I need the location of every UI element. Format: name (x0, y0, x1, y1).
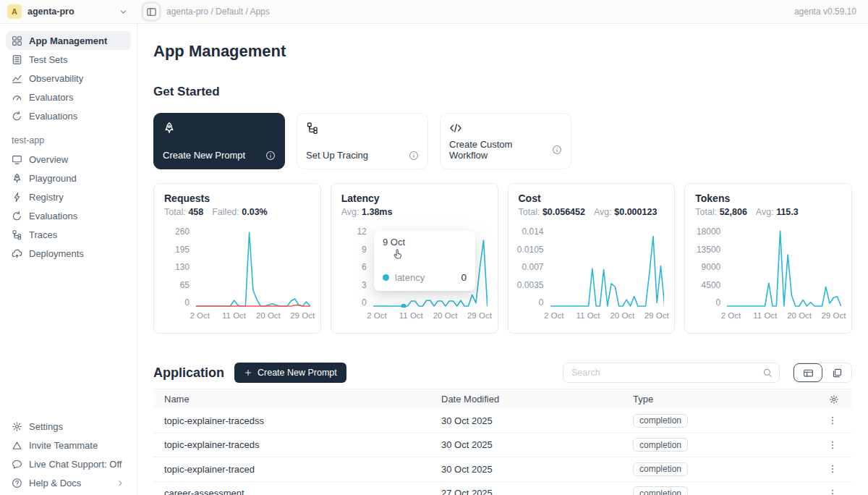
row-actions-button[interactable] (826, 462, 839, 475)
sidebar-item-app-management[interactable]: App Management (6, 31, 131, 50)
code-icon (449, 122, 462, 135)
x-tick-label: 11 Oct (222, 311, 246, 320)
info-icon (265, 151, 276, 161)
cell-type: completion (633, 462, 804, 476)
x-tick-label: 2 Oct (544, 311, 563, 320)
chart-plot-tokens[interactable] (727, 227, 841, 308)
series-requests (196, 232, 310, 306)
refresh-icon (12, 211, 22, 221)
view-toggle (793, 363, 852, 383)
sidebar-item-test-sets[interactable]: Test Sets (6, 50, 131, 69)
x-tick-label: 29 Oct (821, 311, 846, 320)
table-row-topic-explainer-tracedss[interactable]: topic-explainer-tracedss30 Oct 2025compl… (153, 409, 852, 433)
get-started-heading: Get Started (153, 85, 852, 99)
sidebar-item-label: Overview (29, 154, 68, 165)
grid-icon (12, 35, 22, 46)
table-view-button[interactable] (793, 363, 822, 382)
search-input[interactable] (570, 367, 762, 378)
get-started-card-label: Set Up Tracing (306, 150, 368, 161)
app-version-label: agenta v0.59.10 (794, 7, 868, 17)
table-header: Name Date Modified Type (153, 389, 852, 409)
workspace-avatar: A (7, 4, 22, 19)
sidebar-footer-item-live-chat-support-off[interactable]: Live Chat Support: Off (6, 454, 131, 473)
table-settings-icon[interactable] (829, 394, 839, 405)
triangle-icon (12, 440, 22, 451)
workspace-name: agenta-pro (27, 7, 112, 17)
applications-table: Name Date Modified Type topic-explainer-… (153, 389, 852, 495)
y-tick-label: 9000 (702, 262, 721, 272)
top-bar: A agenta-pro agenta-pro / Default / Apps… (0, 0, 868, 24)
tooltip-series-value: 0 (461, 272, 467, 283)
sidebar-item-observability[interactable]: Observability (6, 69, 131, 88)
info-icon (552, 145, 562, 155)
sidebar-footer-item-settings[interactable]: Settings (6, 417, 131, 436)
x-tick-label: 29 Oct (644, 311, 669, 320)
refresh-icon (12, 111, 22, 122)
cell-name: career-assessment (153, 488, 441, 495)
sidebar-app-item-evaluations[interactable]: Evaluations (6, 206, 131, 225)
sidebar-toggle-button[interactable] (143, 4, 159, 20)
sidebar-app-item-traces[interactable]: Traces (6, 225, 131, 244)
create-new-prompt-label: Create New Prompt (258, 368, 337, 378)
monitor-icon (12, 154, 22, 165)
x-tick-label: 11 Oct (753, 311, 777, 320)
breadcrumb[interactable]: agenta-pro / Default / Apps (166, 7, 270, 17)
get-started-card-set-up-tracing[interactable]: Set Up Tracing (297, 113, 428, 169)
search-icon (762, 368, 773, 378)
list-icon (12, 54, 22, 65)
page-title: App Management (153, 41, 852, 62)
x-tick-label: 2 Oct (721, 311, 741, 320)
sidebar-item-evaluations[interactable]: Evaluations (6, 106, 131, 125)
card-view-button[interactable] (822, 363, 851, 382)
sidebar-item-label: Live Chat Support: Off (29, 459, 122, 470)
cell-date-modified: 30 Oct 2025 (441, 464, 633, 475)
y-tick-label: 0.014 (522, 227, 543, 237)
type-badge: completion (633, 414, 688, 428)
get-started-card-create-new-prompt[interactable]: Create New Prompt (153, 113, 285, 169)
sidebar-item-label: Evaluations (29, 111, 77, 122)
column-header-name: Name (153, 394, 441, 405)
y-tick-label: 3 (362, 280, 367, 290)
search-icon[interactable] (762, 368, 773, 378)
sidebar-item-label: Test Sets (29, 54, 67, 65)
workspace-selector[interactable]: A agenta-pro (0, 4, 137, 19)
kebab-icon (827, 488, 838, 495)
table-view-icon (803, 368, 814, 378)
row-actions-button[interactable] (826, 414, 839, 427)
tooltip-series-row: latency 0 (383, 272, 467, 283)
sidebar-item-evaluators[interactable]: Evaluators (6, 88, 131, 106)
main-content: App Management Get Started Create New Pr… (137, 24, 868, 495)
row-actions-button[interactable] (826, 487, 839, 495)
sidebar-app-item-playground[interactable]: Playground (6, 169, 131, 187)
table-row-career-assessment[interactable]: career-assessment27 Oct 2025completion (153, 482, 852, 495)
chart-plot-cost[interactable] (550, 227, 665, 308)
info-icon-wrap[interactable] (552, 145, 562, 155)
row-actions-button[interactable] (826, 439, 839, 452)
x-tick-label: 11 Oct (399, 311, 423, 320)
sidebar-item-label: App Management (29, 35, 107, 46)
gear-icon (829, 394, 839, 405)
sidebar-app-item-deployments[interactable]: Deployments (6, 244, 131, 263)
table-row-topic-explainer-traceds[interactable]: topic-explainer-traceds30 Oct 2025comple… (153, 433, 852, 458)
table-row-topic-explainer-traced[interactable]: topic-explainer-traced30 Oct 2025complet… (153, 457, 852, 482)
info-icon-wrap[interactable] (265, 151, 276, 161)
x-tick-label: 20 Oct (787, 311, 812, 320)
sidebar-app-item-overview[interactable]: Overview (6, 150, 131, 169)
sidebar-app-item-registry[interactable]: Registry (6, 187, 131, 206)
chart-plot-requests[interactable] (196, 227, 310, 308)
cell-name: topic-explainer-traceds (153, 439, 441, 450)
help-icon (12, 478, 22, 488)
get-started-card-create-custom-workflow[interactable]: Create Custom Workflow (440, 113, 571, 169)
info-icon-wrap[interactable] (409, 151, 419, 161)
sidebar-item-label: Observability (29, 73, 83, 84)
y-tick-label: 0.0105 (517, 245, 544, 255)
create-new-prompt-button[interactable]: Create New Prompt (234, 363, 346, 383)
sidebar-footer-item-invite-teammate[interactable]: Invite Teammate (6, 436, 131, 454)
column-header-actions (804, 394, 852, 405)
kebab-icon (827, 440, 838, 450)
series-cost (550, 236, 665, 306)
x-tick-label: 20 Oct (610, 311, 634, 320)
y-tick-label: 130 (175, 262, 190, 272)
chevron-down-icon[interactable] (118, 7, 129, 17)
sidebar-footer-item-help-docs[interactable]: Help & Docs (6, 473, 131, 492)
